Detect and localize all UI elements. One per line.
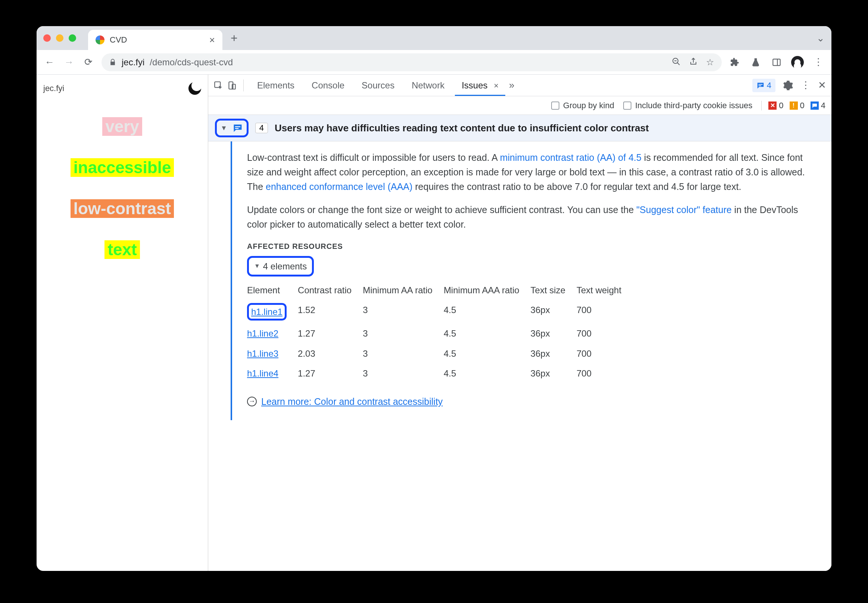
issue-title: Users may have difficulties reading text… xyxy=(275,122,649,134)
tab-network[interactable]: Network xyxy=(405,75,451,96)
back-button[interactable]: ← xyxy=(43,56,56,69)
window-zoom-button[interactable] xyxy=(69,34,76,42)
inspect-icon[interactable] xyxy=(214,80,223,90)
address-bar[interactable]: jec.fyi/demo/cds-quest-cvd ☆ xyxy=(102,53,722,71)
forward-button[interactable]: → xyxy=(63,56,75,69)
arrow-right-circle-icon: → xyxy=(247,397,257,407)
tab-close-button[interactable]: × xyxy=(209,34,215,46)
devtools-menu-icon[interactable]: ⋮ xyxy=(801,79,811,91)
warning-icon: ! xyxy=(790,102,798,110)
table-row: h1.line2 1.27 3 4.5 36px 700 xyxy=(247,323,633,343)
cell-size: 36px xyxy=(531,363,577,383)
affected-resources-heading: AFFECTED RESOURCES xyxy=(247,241,817,252)
error-count: 0 xyxy=(779,101,783,110)
info-count: 4 xyxy=(821,101,825,110)
element-link[interactable]: h1.line2 xyxy=(247,328,279,339)
window-controls xyxy=(43,34,76,42)
info-icon xyxy=(811,102,819,110)
link-contrast-aa[interactable]: minimum contrast ratio (AA) of 4.5 xyxy=(500,152,642,163)
message-icon xyxy=(232,123,243,133)
bookmark-icon[interactable]: ☆ xyxy=(706,57,714,68)
extensions-icon[interactable] xyxy=(729,56,741,69)
affected-elements-table: Element Contrast ratio Minimum AA ratio … xyxy=(247,280,633,383)
cell-weight: 700 xyxy=(577,344,633,363)
sample-line-1: very xyxy=(102,117,142,136)
checkbox-icon xyxy=(551,102,559,110)
devtools-close-icon[interactable]: ✕ xyxy=(818,79,826,91)
svg-rect-11 xyxy=(235,128,238,129)
url-path: /demo/cds-quest-cvd xyxy=(150,57,233,68)
new-tab-button[interactable]: + xyxy=(231,31,238,45)
svg-line-1 xyxy=(677,63,679,65)
group-by-kind-checkbox[interactable]: Group by kind xyxy=(551,101,614,110)
issue-row[interactable]: ▼ 4 Users may have difficulties reading … xyxy=(208,115,831,141)
link-suggest-color[interactable]: "Suggest color" feature xyxy=(636,204,732,215)
window-minimize-button[interactable] xyxy=(56,34,63,42)
tab-issues[interactable]: Issues × xyxy=(455,75,505,96)
browser-tab[interactable]: CVD × xyxy=(88,30,223,50)
disclosure-triangle-icon[interactable]: ▼ xyxy=(221,124,227,132)
link-contrast-aaa[interactable]: enhanced conformance level (AAA) xyxy=(266,181,412,192)
elements-summary-label: 4 elements xyxy=(263,259,307,273)
browser-menu-button[interactable]: ⋮ xyxy=(812,56,825,69)
tab-sources[interactable]: Sources xyxy=(355,75,401,96)
tab-list-button[interactable]: ⌄ xyxy=(817,32,825,44)
omnibox-actions: ☆ xyxy=(672,57,714,68)
sample-line-2: inaccessible xyxy=(71,158,174,177)
zoom-out-icon[interactable] xyxy=(672,57,681,68)
tab-favicon-icon xyxy=(96,36,105,45)
warning-count: 0 xyxy=(800,101,805,110)
svg-rect-10 xyxy=(235,126,240,127)
tab-elements[interactable]: Elements xyxy=(251,75,301,96)
error-icon: ✕ xyxy=(768,102,777,110)
col-aa: Minimum AA ratio xyxy=(363,280,444,300)
tabs-overflow-icon[interactable]: » xyxy=(509,79,514,91)
element-link[interactable]: h1.line3 xyxy=(247,348,279,359)
element-link[interactable]: h1.line1 xyxy=(251,307,283,317)
tab-console[interactable]: Console xyxy=(305,75,351,96)
device-icon[interactable] xyxy=(227,80,237,90)
cell-size: 36px xyxy=(531,344,577,363)
third-party-checkbox[interactable]: Include third-party cookie issues xyxy=(623,101,752,110)
issue-paragraph-2: Update colors or change the font size or… xyxy=(247,203,817,232)
cell-aa: 3 xyxy=(363,344,444,363)
devtools-tabbar: Elements Console Sources Network Issues … xyxy=(208,75,831,96)
col-weight: Text weight xyxy=(577,280,633,300)
share-icon[interactable] xyxy=(689,57,698,68)
text: requires the contrast ratio to be above … xyxy=(412,181,741,192)
reload-button[interactable]: ⟳ xyxy=(82,56,95,69)
cell-aaa: 4.5 xyxy=(444,300,531,323)
elements-summary-toggle[interactable]: ▼ 4 elements xyxy=(247,256,314,277)
cell-size: 36px xyxy=(531,323,577,343)
window-close-button[interactable] xyxy=(43,34,51,42)
issues-chip-count: 4 xyxy=(767,80,771,90)
profile-avatar[interactable] xyxy=(791,56,804,69)
tab-issues-close[interactable]: × xyxy=(494,81,498,90)
side-panel-icon[interactable] xyxy=(770,56,783,69)
table-row: h1.line3 2.03 3 4.5 36px 700 xyxy=(247,344,633,363)
learn-more-link[interactable]: Learn more: Color and contrast accessibi… xyxy=(261,394,443,409)
table-row: h1.line4 1.27 3 4.5 36px 700 xyxy=(247,363,633,383)
svg-rect-3 xyxy=(773,59,780,65)
browser-toolbar: ← → ⟳ jec.fyi/demo/cds-quest-cvd ☆ xyxy=(37,50,831,75)
cell-weight: 700 xyxy=(577,323,633,343)
cell-aaa: 4.5 xyxy=(444,363,531,383)
tab-title: CVD xyxy=(110,35,127,45)
svg-rect-9 xyxy=(758,85,761,86)
devtools-panel: Elements Console Sources Network Issues … xyxy=(208,75,831,571)
element-link[interactable]: h1.line4 xyxy=(247,368,279,378)
issue-paragraph-1: Low-contrast text is difficult or imposs… xyxy=(247,150,817,194)
settings-icon[interactable] xyxy=(783,80,793,91)
sample-text-list: very inaccessible low-contrast text xyxy=(43,117,201,259)
issues-chip[interactable]: 4 xyxy=(752,79,775,92)
learn-more-row: → Learn more: Color and contrast accessi… xyxy=(247,394,817,409)
checkbox-icon xyxy=(623,102,631,110)
labs-icon[interactable] xyxy=(749,56,762,69)
cell-contrast: 1.27 xyxy=(298,323,363,343)
issue-counts: ✕0 !0 4 xyxy=(761,101,825,110)
highlight-ring-icon: ▼ xyxy=(215,119,249,137)
sample-line-3: low-contrast xyxy=(71,199,174,218)
col-size: Text size xyxy=(531,280,577,300)
dark-mode-toggle[interactable] xyxy=(189,82,201,95)
svg-rect-8 xyxy=(758,84,763,85)
